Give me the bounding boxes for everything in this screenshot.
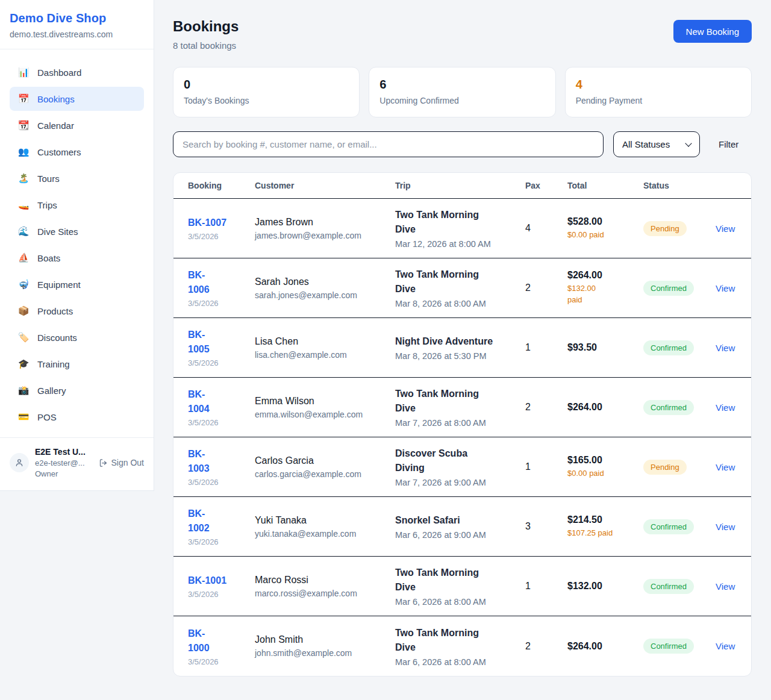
status-filter-select[interactable]: All Statuses (613, 131, 700, 157)
stat-value: 6 (379, 78, 545, 92)
booking-date: 3/5/2026 (188, 478, 255, 487)
paid-amount: $132.00 paid (567, 283, 643, 306)
view-link[interactable]: View (716, 283, 737, 293)
pax-count: 1 (525, 581, 567, 592)
table-row: BK- 1002 3/5/2026 Yuki Tanaka yuki.tanak… (173, 497, 751, 557)
sidebar-item-products[interactable]: 📦 Products (10, 299, 144, 323)
user-meta: E2E Test U... e2e-tester@... Owner (35, 447, 86, 478)
column-header-status: Status (643, 181, 716, 190)
new-booking-button[interactable]: New Booking (673, 20, 752, 43)
sidebar-item-dive-sites[interactable]: 🌊 Dive Sites (10, 219, 144, 243)
trip-datetime: Mar 8, 2026 at 5:30 PM (395, 351, 525, 361)
user-role: Owner (35, 469, 86, 478)
sidebar-item-bookings[interactable]: 📅 Bookings (10, 87, 144, 111)
total-amount: $264.00 (567, 270, 643, 281)
sidebar-item-equipment[interactable]: 🤿 Equipment (10, 272, 144, 296)
view-link[interactable]: View (716, 343, 737, 353)
tours-icon: 🏝️ (17, 173, 30, 184)
sidebar: Demo Dive Shop demo.test.divestreams.com… (0, 0, 154, 491)
logout-icon (99, 458, 108, 467)
view-link[interactable]: View (716, 223, 737, 234)
sidebar-item-pos[interactable]: 💳 POS (10, 405, 144, 429)
status-badge: Pending (643, 460, 687, 475)
bookings-icon: 📅 (17, 93, 30, 104)
customer-email: james.brown@example.com (255, 231, 395, 240)
trips-icon: 🚤 (17, 199, 30, 210)
sidebar-item-dashboard[interactable]: 📊 Dashboard (10, 60, 144, 84)
trip-name: Two Tank Morning Dive (395, 566, 525, 595)
sidebar-item-trips[interactable]: 🚤 Trips (10, 193, 144, 217)
view-link[interactable]: View (716, 462, 737, 472)
sidebar-item-tours[interactable]: 🏝️ Tours (10, 166, 144, 190)
sidebar-user-section: E2E Test U... e2e-tester@... Owner Sign … (0, 437, 154, 490)
total-amount: $214.50 (567, 514, 643, 525)
total-amount: $528.00 (567, 216, 643, 227)
booking-id-link[interactable]: BK- 1004 (188, 387, 255, 416)
trip-datetime: Mar 6, 2026 at 8:00 AM (395, 657, 525, 667)
booking-id-link[interactable]: BK-1007 (188, 216, 255, 230)
user-name: E2E Test U... (35, 447, 86, 457)
table-row: BK-1007 3/5/2026 James Brown james.brown… (173, 199, 751, 258)
view-link[interactable]: View (716, 522, 737, 532)
customer-email: emma.wilson@example.com (255, 410, 395, 419)
user-email: e2e-tester@... (35, 458, 86, 467)
stat-card-0: 0Today's Bookings (173, 67, 360, 117)
calendar-icon: 📆 (17, 120, 30, 131)
sign-out-button[interactable]: Sign Out (99, 458, 144, 467)
user-icon (14, 458, 24, 467)
trip-datetime: Mar 12, 2026 at 8:00 AM (395, 239, 525, 249)
search-input[interactable] (173, 131, 604, 157)
booking-date: 3/5/2026 (188, 418, 255, 427)
sidebar-item-customers[interactable]: 👥 Customers (10, 140, 144, 164)
view-link[interactable]: View (716, 581, 737, 592)
booking-id-link[interactable]: BK- 1006 (188, 268, 255, 297)
pax-count: 1 (525, 461, 567, 472)
filter-button[interactable]: Filter (719, 139, 738, 149)
status-select-wrap: All Statuses (613, 131, 700, 157)
booking-id-link[interactable]: BK-1001 (188, 573, 255, 588)
stat-label: Pending Payment (576, 96, 741, 105)
booking-date: 3/5/2026 (188, 657, 255, 666)
sidebar-item-discounts[interactable]: 🏷️ Discounts (10, 325, 144, 349)
status-badge: Confirmed (643, 281, 694, 296)
sign-out-label: Sign Out (111, 458, 144, 467)
trip-name: Two Tank Morning Dive (395, 626, 525, 655)
boats-icon: ⛵ (17, 252, 30, 263)
view-link[interactable]: View (716, 402, 737, 413)
status-badge: Confirmed (643, 579, 694, 594)
trip-name: Night Dive Adventure (395, 334, 525, 349)
sidebar-item-boats[interactable]: ⛵ Boats (10, 246, 144, 270)
booking-id-link[interactable]: BK- 1005 (188, 328, 255, 357)
pax-count: 2 (525, 641, 567, 652)
discounts-icon: 🏷️ (17, 332, 30, 343)
pax-count: 2 (525, 402, 567, 413)
pax-count: 4 (525, 223, 567, 234)
booking-date: 3/5/2026 (188, 232, 255, 241)
trip-name: Discover Scuba Diving (395, 446, 525, 475)
column-header-booking: Booking (188, 181, 255, 190)
booking-id-link[interactable]: BK- 1002 (188, 507, 255, 536)
sidebar-header: Demo Dive Shop demo.test.divestreams.com (0, 0, 154, 49)
customer-name: Sarah Jones (255, 277, 395, 287)
booking-date: 3/5/2026 (188, 358, 255, 367)
shop-domain: demo.test.divestreams.com (10, 30, 144, 39)
sidebar-item-calendar[interactable]: 📆 Calendar (10, 113, 144, 137)
customer-name: Yuki Tanaka (255, 515, 395, 526)
booking-id-link[interactable]: BK- 1003 (188, 447, 255, 476)
sidebar-item-training[interactable]: 🎓 Training (10, 352, 144, 376)
table-body: BK-1007 3/5/2026 James Brown james.brown… (173, 199, 751, 676)
status-badge: Confirmed (643, 639, 694, 654)
table-row: BK- 1000 3/5/2026 John Smith john.smith@… (173, 616, 751, 676)
training-icon: 🎓 (17, 358, 30, 369)
customer-name: James Brown (255, 217, 395, 228)
column-header-customer: Customer (255, 181, 395, 190)
view-link[interactable]: View (716, 641, 737, 651)
sidebar-item-gallery[interactable]: 📸 Gallery (10, 378, 144, 402)
customer-email: john.smith@example.com (255, 648, 395, 658)
booking-date: 3/5/2026 (188, 537, 255, 546)
booking-id-link[interactable]: BK- 1000 (188, 627, 255, 655)
trip-name: Snorkel Safari (395, 513, 525, 528)
sidebar-nav: 📊 Dashboard 📅 Bookings 📆 Calendar 👥 Cust… (0, 49, 154, 437)
paid-amount: $0.00 paid (567, 468, 643, 480)
trip-datetime: Mar 7, 2026 at 9:00 AM (395, 478, 525, 487)
